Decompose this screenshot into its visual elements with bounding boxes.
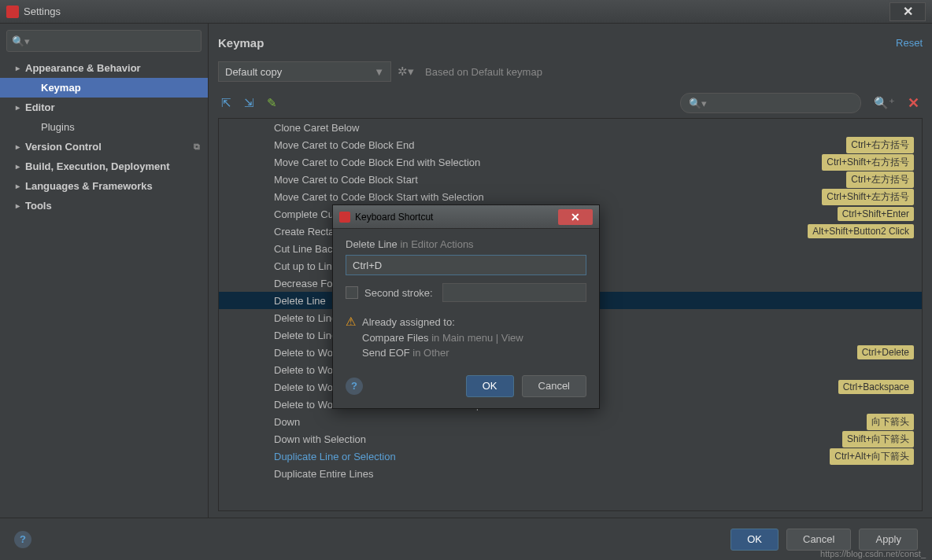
sidebar-item-label: Languages & Frameworks (25, 180, 153, 192)
action-label: Clone Caret Below (274, 122, 914, 134)
sidebar-item[interactable]: ▸Version Control⧉ (0, 137, 208, 157)
action-row[interactable]: Move Caret to Code Block Start with Sele… (219, 188, 922, 205)
sidebar-item-label: Version Control (25, 141, 102, 153)
app-icon (6, 6, 19, 18)
action-row[interactable]: Down向下箭头 (219, 413, 922, 430)
window-close-button[interactable]: ✕ (889, 2, 926, 21)
action-label: Move Caret to Code Block Start with Sele… (274, 191, 822, 203)
app-icon (339, 212, 350, 223)
dialog-close-button[interactable]: ✕ (558, 209, 593, 225)
action-label: Duplicate Line or Selection (274, 451, 830, 462)
sidebar-item[interactable]: ▸Tools (0, 196, 208, 216)
settings-sidebar: 🔍▾ ▸Appearance & BehaviorKeymap▸EditorPl… (0, 24, 209, 518)
sidebar-item-label: Tools (25, 200, 52, 212)
sidebar-item[interactable]: ▸Appearance & Behavior (0, 58, 208, 78)
warning-icon: ⚠ (346, 315, 356, 361)
cancel-button[interactable]: Cancel (786, 529, 851, 551)
chevron-right-icon: ▸ (16, 182, 25, 190)
shortcut-badge: 向下箭头 (867, 414, 914, 430)
apply-button[interactable]: Apply (859, 529, 918, 551)
shortcut-badge: Ctrl+Shift+左方括号 (822, 189, 914, 205)
sidebar-item-label: Build, Execution, Deployment (25, 160, 169, 172)
shortcut-badge: Ctrl+Shift+Enter (838, 207, 914, 221)
page-title: Keymap (218, 36, 896, 50)
search-icon: 🔍▾ (689, 98, 707, 109)
keyboard-shortcut-dialog: Keyboard Shortcut ✕ Delete Line in Edito… (332, 204, 600, 409)
gear-icon[interactable]: ✲▾ (398, 64, 414, 79)
chevron-right-icon: ▸ (16, 142, 25, 151)
action-label: Move Caret to Code Block Start (274, 174, 846, 186)
expand-all-icon[interactable]: ⇱ (221, 96, 231, 110)
action-search-input[interactable]: 🔍▾ (680, 93, 861, 113)
sidebar-search-input[interactable]: 🔍▾ (6, 30, 202, 52)
watermark: https://blog.csdn.net/const_ (820, 549, 926, 558)
second-stroke-input[interactable] (442, 283, 586, 302)
dialog-ok-button[interactable]: OK (466, 375, 514, 397)
second-stroke-label: Second stroke: (364, 287, 433, 299)
shortcut-badge: Ctrl+Backspace (838, 380, 914, 394)
action-label: Down (274, 416, 867, 428)
shortcut-badge: Alt+Shift+Button2 Click (808, 224, 914, 238)
keymap-select[interactable]: Default copy ▼ (218, 61, 391, 82)
sidebar-item[interactable]: Plugins (0, 117, 208, 137)
action-row[interactable]: Move Caret to Code Block EndCtrl+右方括号 (219, 136, 922, 153)
help-icon[interactable]: ? (346, 378, 363, 395)
chevron-right-icon: ▸ (16, 64, 25, 72)
search-icon: 🔍▾ (12, 35, 30, 47)
settings-tree: ▸Appearance & BehaviorKeymap▸EditorPlugi… (0, 58, 208, 518)
action-row[interactable]: Duplicate Entire Lines (219, 465, 922, 482)
dialog-footer: ? OK Cancel Apply (0, 518, 932, 560)
dialog-title: Keyboard Shortcut (355, 212, 558, 223)
edit-icon[interactable]: ✎ (267, 96, 277, 110)
window-titlebar: Settings ✕ (0, 0, 932, 24)
chevron-right-icon: ▸ (16, 103, 25, 112)
action-row[interactable]: Move Caret to Code Block StartCtrl+左方括号 (219, 171, 922, 188)
sidebar-item-label: Editor (25, 101, 55, 113)
clear-icon[interactable]: ✕ (908, 94, 919, 112)
sidebar-item-label: Plugins (41, 121, 75, 133)
action-row[interactable]: Clone Caret Below (219, 119, 922, 136)
find-by-shortcut-icon[interactable]: 🔍⁺ (874, 96, 895, 110)
sidebar-item-label: Keymap (41, 82, 81, 94)
action-label: Down with Selection (274, 433, 842, 445)
collapse-all-icon[interactable]: ⇲ (244, 96, 254, 110)
shortcut-badge: Ctrl+右方括号 (846, 137, 914, 153)
keymap-select-value: Default copy (225, 66, 282, 78)
shortcut-input[interactable] (346, 255, 586, 275)
copy-icon: ⧉ (194, 142, 200, 152)
shortcut-badge: Ctrl+左方括号 (846, 171, 914, 188)
action-row[interactable]: Down with SelectionShift+向下箭头 (219, 430, 922, 448)
sidebar-item[interactable]: ▸Build, Execution, Deployment (0, 157, 208, 176)
action-label: Move Caret to Code Block End (274, 139, 846, 151)
shortcut-badge: Ctrl+Alt+向下箭头 (830, 448, 914, 465)
shortcut-badge: Ctrl+Shift+右方括号 (822, 154, 914, 171)
shortcut-badge: Ctrl+Delete (857, 345, 914, 359)
action-row[interactable]: Duplicate Line or SelectionCtrl+Alt+向下箭头 (219, 448, 922, 465)
sidebar-item[interactable]: ▸Languages & Frameworks (0, 176, 208, 196)
action-label: Duplicate Entire Lines (274, 468, 914, 480)
window-title: Settings (24, 6, 889, 17)
sidebar-item[interactable]: ▸Editor (0, 98, 208, 117)
reset-link[interactable]: Reset (896, 37, 923, 49)
action-row[interactable]: Move Caret to Code Block End with Select… (219, 153, 922, 171)
shortcut-badge: Shift+向下箭头 (842, 431, 914, 448)
chevron-right-icon: ▸ (16, 201, 25, 210)
based-on-label: Based on Default keymap (425, 66, 542, 78)
action-label: Move Caret to Code Block End with Select… (274, 157, 822, 168)
sidebar-item-label: Appearance & Behavior (25, 62, 141, 74)
chevron-right-icon: ▸ (16, 162, 25, 171)
shortcut-action-label: Delete Line in Editor Actions (346, 238, 586, 250)
chevron-down-icon: ▼ (374, 66, 384, 78)
conflict-message: Already assigned to: Compare Files in Ma… (362, 315, 523, 361)
ok-button[interactable]: OK (730, 529, 779, 551)
second-stroke-checkbox[interactable] (346, 286, 358, 299)
sidebar-item[interactable]: Keymap (0, 78, 208, 98)
dialog-cancel-button[interactable]: Cancel (522, 375, 586, 397)
help-icon[interactable]: ? (14, 531, 31, 548)
